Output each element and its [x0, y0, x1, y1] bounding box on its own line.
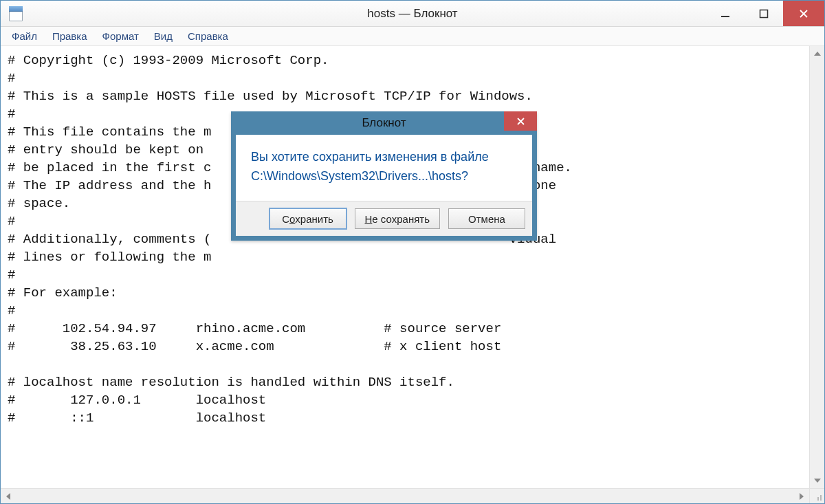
arrow-right-icon	[800, 493, 804, 500]
arrow-up-icon	[814, 52, 821, 56]
hscroll-track[interactable]	[16, 489, 794, 503]
minimize-icon	[720, 9, 730, 19]
close-button[interactable]	[783, 1, 824, 26]
scroll-right-button[interactable]	[794, 489, 809, 503]
notepad-window: hosts — Блокнот Файл Правка Формат Вид С…	[0, 0, 825, 504]
dialog-title: Блокнот	[362, 116, 406, 130]
arrow-left-icon	[6, 493, 10, 500]
minimize-button[interactable]	[706, 1, 745, 26]
notepad-icon	[9, 6, 23, 21]
scroll-up-button[interactable]	[810, 46, 824, 61]
menubar: Файл Правка Формат Вид Справка	[1, 27, 824, 46]
menu-format[interactable]: Формат	[96, 28, 146, 44]
save-button-prefix: С	[282, 213, 289, 225]
maximize-icon	[759, 9, 769, 19]
cancel-button[interactable]: Отмена	[448, 208, 525, 229]
save-button-accel: о	[289, 213, 295, 225]
dialog-body: Вы хотите сохранить изменения в файле C:…	[236, 135, 532, 201]
close-icon	[799, 9, 808, 19]
dialog-message-line1: Вы хотите сохранить изменения в файле	[251, 147, 517, 166]
svg-rect-1	[760, 10, 768, 17]
save-button[interactable]: Сохранить	[270, 208, 346, 229]
menu-edit[interactable]: Правка	[45, 28, 94, 44]
arrow-down-icon	[814, 479, 821, 483]
horizontal-scrollbar[interactable]	[1, 488, 809, 503]
scroll-left-button[interactable]	[1, 489, 16, 503]
titlebar: hosts — Блокнот	[1, 1, 824, 27]
menu-file[interactable]: Файл	[5, 28, 44, 44]
save-button-suffix: хранить	[295, 213, 333, 225]
menu-view[interactable]: Вид	[147, 28, 179, 44]
save-dialog: Блокнот Вы хотите сохранить изменения в …	[231, 111, 537, 241]
menu-help[interactable]: Справка	[181, 28, 235, 44]
dont-save-accel: Н	[365, 213, 373, 225]
maximize-button[interactable]	[745, 1, 783, 26]
dialog-message-line2: C:\Windows\System32\Drivers...\hosts?	[251, 166, 517, 186]
dialog-close-button[interactable]	[504, 111, 537, 131]
window-title: hosts — Блокнот	[1, 7, 824, 21]
dialog-titlebar: Блокнот	[231, 111, 537, 135]
scroll-down-button[interactable]	[810, 473, 824, 488]
vertical-scrollbar[interactable]	[809, 46, 824, 488]
resize-grip[interactable]	[809, 488, 824, 503]
dialog-footer: Сохранить Не сохранять Отмена	[236, 201, 532, 236]
dont-save-suffix: е сохранять	[372, 213, 430, 225]
window-controls	[706, 1, 824, 26]
svg-rect-0	[721, 16, 729, 17]
close-icon	[516, 117, 525, 126]
dont-save-button[interactable]: Не сохранять	[355, 208, 440, 229]
vscroll-track[interactable]	[810, 61, 824, 473]
